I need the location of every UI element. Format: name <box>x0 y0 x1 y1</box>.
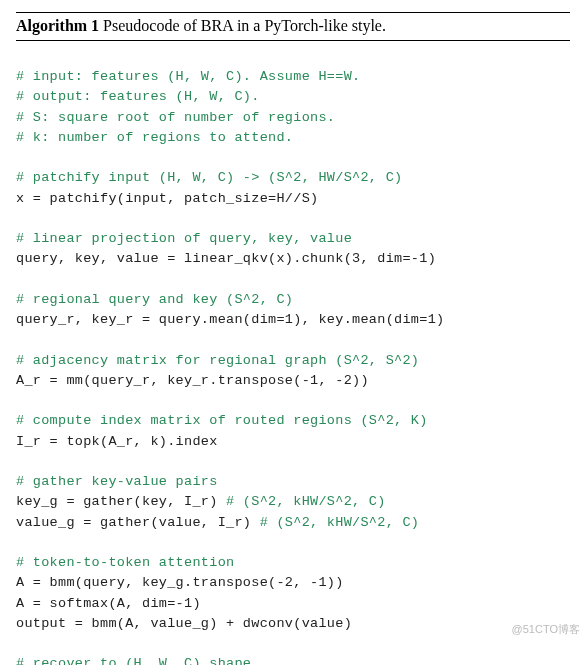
comment: # output: features (H, W, C). <box>16 89 260 104</box>
inline-comment: # (S^2, kHW/S^2, C) <box>260 515 420 530</box>
comment: # adjacency matrix for regional graph (S… <box>16 353 419 368</box>
code-line: I_r = topk(A_r, k).index <box>16 434 218 449</box>
comment: # recover to (H, W, C) shape <box>16 656 251 665</box>
comment: # input: features (H, W, C). Assume H==W… <box>16 69 360 84</box>
code-line: query, key, value = linear_qkv(x).chunk(… <box>16 251 436 266</box>
watermark: @51CTO博客 <box>512 622 580 636</box>
code-line: key_g = gather(key, I_r) <box>16 494 226 509</box>
comment: # linear projection of query, key, value <box>16 231 352 246</box>
code-line: output = bmm(A, value_g) + dwconv(value) <box>16 616 352 631</box>
comment: # token-to-token attention <box>16 555 234 570</box>
comment: # regional query and key (S^2, C) <box>16 292 293 307</box>
algorithm-label: Algorithm 1 <box>16 17 99 34</box>
code-line: A = softmax(A, dim=-1) <box>16 596 201 611</box>
code-line: value_g = gather(value, I_r) <box>16 515 260 530</box>
code-line: x = patchify(input, patch_size=H//S) <box>16 191 318 206</box>
comment: # gather key-value pairs <box>16 474 218 489</box>
code-line: A = bmm(query, key_g.transpose(-2, -1)) <box>16 575 344 590</box>
comment: # compute index matrix of routed regions… <box>16 413 428 428</box>
algorithm-title: Pseudocode of BRA in a PyTorch-like styl… <box>103 17 386 34</box>
comment: # S: square root of number of regions. <box>16 110 335 125</box>
inline-comment: # (S^2, kHW/S^2, C) <box>226 494 386 509</box>
code-block: # input: features (H, W, C). Assume H==W… <box>16 41 570 665</box>
comment: # k: number of regions to attend. <box>16 130 293 145</box>
code-line: A_r = mm(query_r, key_r.transpose(-1, -2… <box>16 373 369 388</box>
code-line: query_r, key_r = query.mean(dim=1), key.… <box>16 312 444 327</box>
comment: # patchify input (H, W, C) -> (S^2, HW/S… <box>16 170 402 185</box>
algorithm-header: Algorithm 1 Pseudocode of BRA in a PyTor… <box>16 12 570 41</box>
